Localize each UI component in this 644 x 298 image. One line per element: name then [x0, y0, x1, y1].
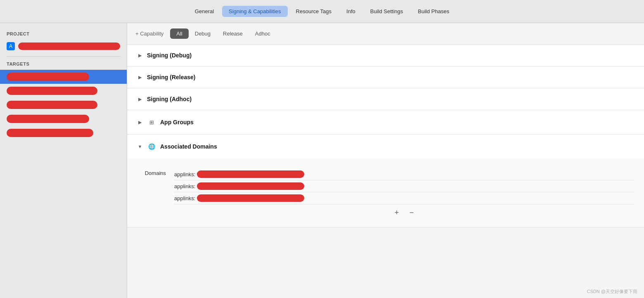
add-capability-label: + Capability	[135, 31, 163, 37]
sidebar-target-3[interactable]	[0, 98, 127, 112]
domain-prefix-3: applinks:	[174, 195, 195, 201]
main-area: PROJECT A TARGETS + Capabili	[0, 23, 644, 298]
tab-info[interactable]: Info	[340, 6, 362, 17]
section-signing-debug: ▶ Signing (Debug)	[127, 45, 644, 66]
sidebar-project-item[interactable]: A	[0, 40, 127, 53]
target-name-redacted-2	[7, 87, 97, 95]
filter-tab-debug[interactable]: Debug	[189, 28, 217, 39]
tab-general[interactable]: General	[188, 6, 220, 17]
domain-value-redacted-2	[197, 182, 304, 190]
add-capability-button[interactable]: + Capability	[135, 31, 163, 37]
target-name-redacted-4	[7, 115, 89, 123]
project-section-label: PROJECT	[0, 30, 127, 40]
target-name-redacted-1	[7, 73, 89, 81]
globe-icon: 🌐	[147, 142, 156, 151]
sidebar-divider	[7, 56, 120, 57]
filter-tabs: All Debug Release Adhoc	[170, 28, 276, 39]
filter-tab-adhoc[interactable]: Adhoc	[249, 28, 277, 39]
domain-value-redacted-3	[197, 194, 304, 202]
filter-tab-release[interactable]: Release	[217, 28, 249, 39]
section-header-associated-domains[interactable]: ▼ 🌐 Associated Domains	[127, 135, 644, 158]
tab-build-phases[interactable]: Build Phases	[411, 6, 456, 17]
app-groups-title: App Groups	[160, 119, 194, 125]
chevron-right-icon: ▶	[137, 53, 143, 58]
signing-adhoc-title: Signing (Adhoc)	[147, 96, 192, 102]
targets-section-label: TARGETS	[0, 60, 127, 70]
domains-table: Domains applinks: applinks: applinks:	[137, 168, 634, 217]
tab-resource-tags[interactable]: Resource Tags	[289, 6, 338, 17]
section-header-signing-debug[interactable]: ▶ Signing (Debug)	[127, 45, 644, 66]
project-name-redacted	[18, 43, 120, 50]
domain-row-1: applinks:	[174, 168, 634, 180]
chevron-right-icon-3: ▶	[137, 97, 143, 102]
top-tab-bar: General Signing & Capabilities Resource …	[0, 0, 644, 23]
chevron-right-icon-4: ▶	[137, 120, 143, 125]
section-app-groups: ▶ ⊞ App Groups	[127, 110, 644, 135]
signing-debug-title: Signing (Debug)	[147, 52, 192, 59]
sidebar-target-selected[interactable]	[0, 70, 127, 84]
section-signing-release: ▶ Signing (Release)	[127, 66, 644, 88]
filter-tab-all[interactable]: All	[170, 28, 188, 39]
content-pane: + Capability All Debug Release Adhoc ▶ S…	[127, 23, 644, 298]
sidebar: PROJECT A TARGETS	[0, 23, 127, 298]
domain-value-redacted-1	[197, 170, 304, 178]
domain-prefix-2: applinks:	[174, 183, 195, 189]
sidebar-target-5[interactable]	[0, 126, 127, 140]
section-header-app-groups[interactable]: ▶ ⊞ App Groups	[127, 110, 644, 134]
tab-signing-capabilities[interactable]: Signing & Capabilities	[222, 6, 287, 17]
target-name-redacted-3	[7, 101, 97, 109]
domain-row-2: applinks:	[174, 180, 634, 192]
section-associated-domains: ▼ 🌐 Associated Domains Domains applinks:…	[127, 135, 644, 227]
domain-actions: + −	[174, 208, 634, 217]
app-groups-icon: ⊞	[147, 118, 156, 127]
chevron-down-icon: ▼	[137, 144, 143, 149]
section-header-signing-adhoc[interactable]: ▶ Signing (Adhoc)	[127, 88, 644, 110]
chevron-right-icon-2: ▶	[137, 75, 143, 80]
sidebar-target-4[interactable]	[0, 112, 127, 126]
filter-bar: + Capability All Debug Release Adhoc	[127, 23, 644, 45]
remove-domain-button[interactable]: −	[407, 208, 416, 217]
project-icon: A	[7, 42, 15, 50]
section-signing-adhoc: ▶ Signing (Adhoc)	[127, 88, 644, 110]
watermark: CSDN @天空好像要下雨	[587, 289, 637, 295]
target-name-redacted-5	[7, 129, 93, 137]
associated-domains-content: Domains applinks: applinks: applinks:	[127, 158, 644, 227]
domains-list: applinks: applinks: applinks: +	[174, 168, 634, 217]
domain-prefix-1: applinks:	[174, 171, 195, 177]
section-header-signing-release[interactable]: ▶ Signing (Release)	[127, 66, 644, 88]
signing-release-title: Signing (Release)	[147, 74, 195, 80]
domains-label: Domains	[137, 168, 166, 176]
sidebar-target-2[interactable]	[0, 84, 127, 98]
associated-domains-title: Associated Domains	[160, 143, 217, 150]
add-domain-button[interactable]: +	[393, 208, 401, 217]
tab-build-settings[interactable]: Build Settings	[364, 6, 410, 17]
domain-row-3: applinks:	[174, 192, 634, 204]
